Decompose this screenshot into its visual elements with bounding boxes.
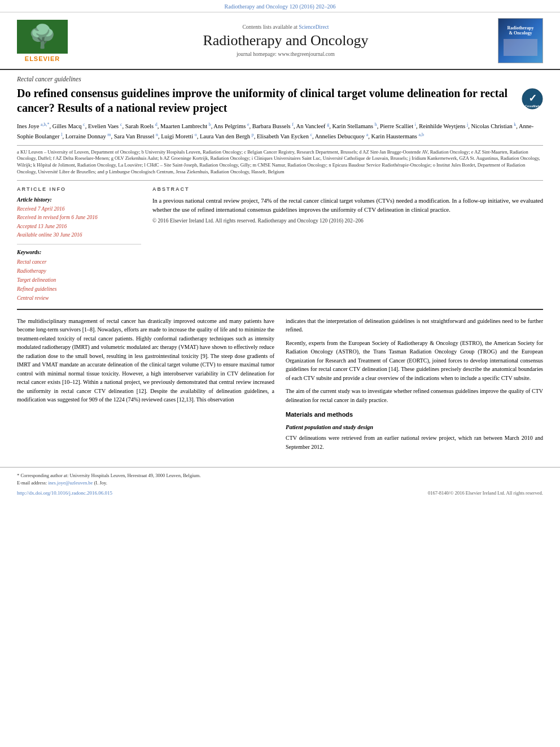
journal-cover-image: Radiotherapy& Oncology: [498, 18, 543, 63]
doi-link[interactable]: http://dx.doi.org/10.1016/j.radonc.2016.…: [17, 490, 112, 496]
divider: [17, 244, 141, 244]
journal-cover-area: Radiotherapy& Oncology: [498, 18, 549, 63]
journal-header: ELSEVIER Contents lists available at Sci…: [0, 12, 560, 70]
body-para-5: CTV delineations were retrieved from an …: [286, 434, 543, 451]
body-para-2: indicates that the interpretation of del…: [286, 317, 543, 334]
journal-citation: Radiotherapy and Oncology 120 (2016) 202…: [225, 3, 336, 10]
available-date: Available online 30 June 2016: [17, 231, 141, 239]
abstract-col: ABSTRACT In a previous national central …: [152, 186, 543, 303]
journal-homepage: journal homepage: www.thegreenjournal.co…: [79, 51, 492, 57]
info-abstract-section: ARTICLE INFO Article history: Received 7…: [17, 180, 543, 303]
body-left-col: The multidisciplinary management of rect…: [17, 317, 274, 456]
contents-available-text: Contents lists available at: [242, 24, 297, 30]
page: Radiotherapy and Oncology 120 (2016) 202…: [0, 0, 560, 747]
article-title-area: Do refined consensus guidelines improve …: [17, 86, 543, 115]
materials-heading: Materials and methods: [286, 410, 543, 420]
keywords-label: Keywords:: [17, 249, 141, 255]
abstract-text: In a previous national central review pr…: [152, 196, 543, 215]
elsevier-label: ELSEVIER: [25, 55, 60, 62]
email-line: E-mail address: ines.joye@uzleuven.be (I…: [17, 479, 543, 487]
affiliations: a KU Leuven – University of Leuven, Depa…: [17, 145, 543, 176]
received-date: Received 7 April 2016: [17, 205, 141, 213]
footer-copyright: 0167-8140/© 2016 Elsevier Ireland Ltd. A…: [428, 490, 543, 496]
body-para-4: The aim of the current study was to inve…: [286, 387, 543, 404]
keyword-4: Refined guidelines: [17, 285, 141, 294]
corresponding-author: * Corresponding author at: University Ho…: [17, 472, 543, 479]
email-suffix: (I. Joy.: [94, 480, 107, 486]
received-revised-date: Received in revised form 6 June 2016: [17, 213, 141, 222]
main-content: Rectal cancer guidelines Do refined cons…: [0, 70, 560, 461]
keyword-2: Radiotherapy: [17, 267, 141, 276]
science-direct-link[interactable]: ScienceDirect: [299, 24, 329, 30]
email-label: E-mail address:: [17, 480, 47, 486]
journal-title: Radiotherapy and Oncology: [79, 32, 492, 49]
body-para-3: Recently, experts from the European Soci…: [286, 339, 543, 383]
footer-bottom: http://dx.doi.org/10.1016/j.radonc.2016.…: [17, 490, 543, 496]
cover-title-rt: Radiotherapy& Oncology: [507, 25, 533, 36]
abstract-copyright: © 2016 Elsevier Ireland Ltd. All rights …: [152, 218, 543, 224]
keyword-5: Central review: [17, 294, 141, 303]
article-info-col: ARTICLE INFO Article history: Received 7…: [17, 186, 141, 303]
journal-center-info: Contents lists available at ScienceDirec…: [79, 24, 492, 57]
abstract-label: ABSTRACT: [152, 186, 543, 192]
body-right-col: indicates that the interpretation of del…: [286, 317, 543, 456]
science-direct-line: Contents lists available at ScienceDirec…: [79, 24, 492, 30]
patient-subheading: Patient population and study design: [286, 423, 543, 432]
body-para-1: The multidisciplinary management of rect…: [17, 317, 274, 404]
authors-list: Ines Joye a,b,*, Gilles Macq c, Evelien …: [17, 121, 543, 142]
svg-text:CrossMark: CrossMark: [525, 104, 540, 108]
journal-citation-bar: Radiotherapy and Oncology 120 (2016) 202…: [0, 0, 560, 12]
article-category: Rectal cancer guidelines: [17, 76, 543, 82]
crossmark-icon: ✓ CrossMark: [522, 88, 543, 110]
elsevier-tree-icon: [17, 20, 68, 54]
email-link[interactable]: ines.joye@uzleuven.be: [48, 480, 93, 486]
history-label: Article history:: [17, 196, 141, 203]
article-title-text: Do refined consensus guidelines improve …: [17, 86, 516, 115]
corresponding-author-text: * Corresponding author at: University Ho…: [17, 473, 201, 478]
accepted-date: Accepted 13 June 2016: [17, 222, 141, 231]
elsevier-logo-area: ELSEVIER: [11, 20, 73, 62]
body-section: The multidisciplinary management of rect…: [17, 309, 543, 456]
footer: * Corresponding author at: University Ho…: [0, 467, 560, 500]
cover-graphic: [504, 39, 537, 56]
authors-text: Ines Joye a,b,*, Gilles Macq c, Evelien …: [17, 123, 533, 139]
article-info-label: ARTICLE INFO: [17, 186, 141, 192]
keyword-1: Rectal cancer: [17, 257, 141, 267]
keyword-3: Target delineation: [17, 276, 141, 285]
svg-text:✓: ✓: [528, 93, 537, 104]
